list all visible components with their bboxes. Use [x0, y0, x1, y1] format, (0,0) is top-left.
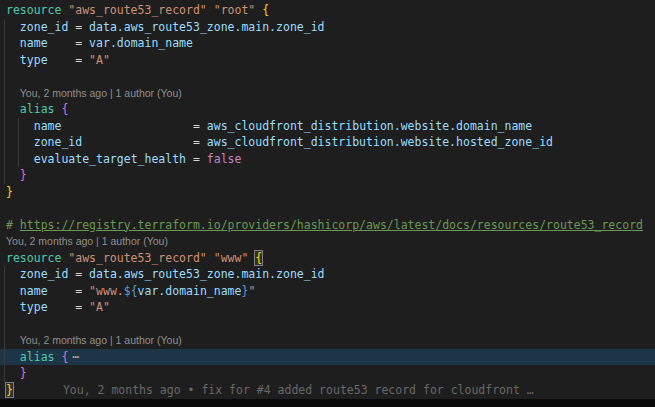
code-line[interactable]: zone_id = data.aws_route53_zone.main.zon…: [0, 19, 655, 36]
code-line[interactable]: }: [0, 167, 655, 184]
code-token: =: [48, 300, 90, 314]
code-line[interactable]: }You, 2 months ago • fix for #4 added ro…: [0, 382, 655, 399]
code-token: {: [262, 3, 269, 17]
blank-line[interactable]: [0, 200, 655, 217]
code-token: {: [61, 102, 68, 116]
code-token: type: [20, 300, 48, 314]
code-token: [6, 366, 20, 380]
code-token: name: [34, 119, 62, 133]
code-token: zone_id: [34, 135, 82, 149]
code-token: }: [20, 168, 27, 182]
code-token: resource: [6, 3, 68, 17]
code-line[interactable]: type = "A": [0, 52, 655, 69]
code-token: =: [68, 267, 89, 281]
code-line[interactable]: alias {: [0, 101, 655, 118]
code-token: data.aws_route53_zone.main.zone_id: [89, 267, 324, 281]
code-token: [6, 135, 34, 149]
codelens-link[interactable]: You, 2 months ago | 1 author (You): [6, 332, 182, 349]
codelens-row: You, 2 months ago | 1 author (You): [0, 85, 655, 102]
indent-guide: [4, 118, 5, 135]
code-token: type: [20, 53, 48, 67]
code-token: resource: [6, 251, 68, 265]
code-token: aws_cloudfront_distribution.website.host…: [207, 135, 553, 149]
code-token: =: [68, 20, 89, 34]
indent-guide: [4, 365, 5, 382]
code-token: =: [48, 53, 90, 67]
indent-guide: [18, 118, 19, 135]
code-token: var.domain_name: [138, 284, 242, 298]
code-token: [6, 102, 20, 116]
code-line[interactable]: name = aws_cloudfront_distribution.websi…: [0, 118, 655, 135]
indent-guide: [4, 299, 5, 316]
indent-guide: [4, 349, 5, 366]
code-token: }: [6, 383, 13, 397]
code-token: {: [61, 350, 68, 364]
code-token: false: [207, 152, 242, 166]
code-token: zone_id: [20, 267, 68, 281]
code-token: =: [48, 36, 90, 50]
code-line[interactable]: evaluate_target_health = false: [0, 151, 655, 168]
codelens-link[interactable]: You, 2 months ago | 1 author (You): [6, 233, 168, 250]
code-token: =: [48, 284, 90, 298]
code-line[interactable]: resource "aws_route53_record" "root" {: [0, 2, 655, 19]
code-line[interactable]: }: [0, 365, 655, 382]
code-token: "A": [89, 53, 110, 67]
code-token: [6, 350, 20, 364]
code-line[interactable]: name = "www.${var.domain_name}": [0, 283, 655, 300]
code-token: [6, 20, 20, 34]
codelens-link[interactable]: You, 2 months ago | 1 author (You): [6, 85, 182, 102]
code-line[interactable]: type = "A": [0, 299, 655, 316]
fold-ellipsis-icon[interactable]: ⋯: [72, 350, 79, 364]
code-token: [207, 3, 214, 17]
indent-guide: [18, 134, 19, 151]
code-token: [6, 152, 34, 166]
code-token: alias: [20, 102, 62, 116]
code-line[interactable]: name = var.domain_name: [0, 35, 655, 52]
editor-bottom-edge: [0, 399, 655, 407]
code-line[interactable]: resource "aws_route53_record" "www" {: [0, 250, 655, 267]
blank-line[interactable]: [0, 68, 655, 85]
indent-guide: [4, 19, 5, 36]
code-token: [6, 53, 20, 67]
code-token: [6, 300, 20, 314]
codelens-row: You, 2 months ago | 1 author (You): [0, 233, 655, 250]
code-token: {: [255, 251, 262, 265]
code-token: =: [61, 119, 206, 133]
code-token: [6, 36, 20, 50]
indent-guide: [4, 35, 5, 52]
indent-guide: [4, 316, 5, 333]
code-token: [6, 119, 34, 133]
code-token: zone_id: [20, 20, 68, 34]
code-token: "root": [214, 3, 256, 17]
code-token: name: [20, 36, 48, 50]
code-token: var.domain_name: [89, 36, 193, 50]
indent-guide: [4, 266, 5, 283]
indent-guide: [4, 85, 5, 102]
indent-guide: [4, 68, 5, 85]
code-line[interactable]: zone_id = aws_cloudfront_distribution.we…: [0, 134, 655, 151]
indent-guide: [4, 52, 5, 69]
code-token: [6, 168, 20, 182]
code-token: name: [20, 284, 48, 298]
code-line[interactable]: }: [0, 184, 655, 201]
code-token: "aws_route53_record": [68, 3, 206, 17]
code-token: "www": [214, 251, 249, 265]
code-token: "www.: [89, 284, 124, 298]
code-line[interactable]: # https://registry.terraform.io/provider…: [0, 217, 655, 234]
code-line[interactable]: alias {⋯: [0, 349, 655, 366]
code-token: }: [6, 185, 13, 199]
indent-guide: [4, 283, 5, 300]
git-blame-annotation: You, 2 months ago • fix for #4 added rou…: [63, 383, 534, 397]
comment-link[interactable]: https://registry.terraform.io/providers/…: [20, 218, 643, 232]
code-token: "aws_route53_record": [68, 251, 206, 265]
indent-guide: [4, 167, 5, 184]
code-token: }: [20, 366, 27, 380]
blank-line[interactable]: [0, 316, 655, 333]
code-token: ": [248, 284, 255, 298]
code-token: "A": [89, 300, 110, 314]
indent-guide: [4, 134, 5, 151]
indent-guide: [4, 101, 5, 118]
code-line[interactable]: zone_id = data.aws_route53_zone.main.zon…: [0, 266, 655, 283]
indent-guide: [4, 332, 5, 349]
codelens-row: You, 2 months ago | 1 author (You): [0, 332, 655, 349]
